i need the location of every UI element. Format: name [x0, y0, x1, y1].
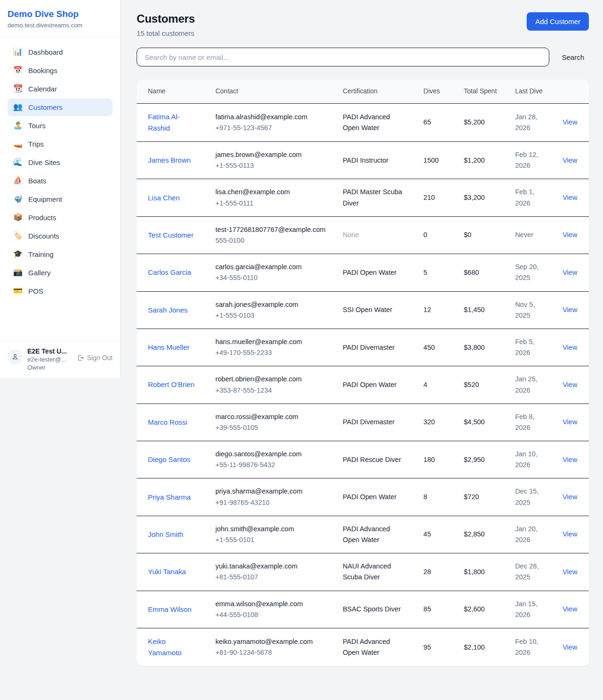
customer-name-link[interactable]: John Smith	[148, 530, 183, 538]
customer-name-link[interactable]: Hans Mueller	[148, 343, 189, 351]
customer-phone: +81-90-1234-5678	[215, 647, 327, 658]
logout-icon	[77, 354, 84, 362]
view-customer-link[interactable]: View	[562, 643, 577, 651]
sidebar-item-trips[interactable]: 🚤 Trips	[8, 135, 113, 153]
customer-total-spent: $4,500	[456, 404, 508, 441]
table-row: John Smith john.smith@example.com +1-555…	[137, 516, 589, 553]
table-row: Marco Rossi marco.rossi@example.com +39-…	[137, 404, 589, 441]
customer-last-dive: Feb 10, 2026	[515, 638, 538, 656]
customer-total-spent: $2,950	[456, 441, 508, 478]
column-header-total-spent: Total Spent	[456, 80, 508, 103]
sidebar-item-training[interactable]: 🎓 Training	[8, 246, 113, 263]
search-input[interactable]	[137, 48, 549, 66]
customer-certification: SSI Open Water	[342, 306, 392, 313]
sign-out-button[interactable]: Sign Out	[77, 354, 113, 362]
credit-card-icon: 💳	[13, 287, 23, 295]
view-customer-link[interactable]: View	[562, 381, 577, 388]
user-role: Owner	[27, 364, 72, 371]
search-button[interactable]: Search	[549, 53, 589, 61]
customer-last-dive: Feb 5, 2026	[515, 338, 534, 356]
sidebar-item-discounts[interactable]: 🏷️ Discounts	[8, 227, 113, 245]
sidebar-item-calendar[interactable]: 📆 Calendar	[8, 80, 113, 98]
view-customer-link[interactable]: View	[562, 605, 577, 613]
customer-name-link[interactable]: Yuki Tanaka	[148, 568, 186, 576]
sidebar-item-dashboard[interactable]: 📊 Dashboard	[8, 43, 113, 61]
customers-table-card: Name Contact Certification Dives Total S…	[137, 80, 589, 666]
customer-total-spent: $2,600	[456, 591, 508, 628]
view-customer-link[interactable]: View	[562, 269, 577, 276]
view-customer-link[interactable]: View	[562, 344, 577, 351]
customer-phone: +34-555-0110	[215, 272, 327, 283]
customer-total-spent: $1,200	[456, 142, 508, 179]
sidebar-item-customers[interactable]: 👥 Customers	[8, 99, 113, 116]
brand-title: Demo Dive Shop	[8, 8, 113, 20]
table-row: Hans Mueller hans.mueller@example.com +4…	[137, 329, 589, 366]
sidebar-item-pos[interactable]: 💳 POS	[8, 282, 113, 300]
customer-last-dive: Feb 12, 2026	[515, 151, 538, 169]
customer-email: sarah.jones@example.com	[215, 299, 327, 310]
sidebar-item-dive-sites[interactable]: 🌊 Dive Sites	[8, 154, 113, 171]
sidebar-item-bookings[interactable]: 📅 Bookings	[8, 62, 113, 79]
add-customer-button[interactable]: Add Customer	[527, 12, 589, 31]
customer-email: test-1772681807767@example.com	[215, 224, 327, 235]
customer-certification: PADI Rescue Diver	[342, 456, 401, 463]
view-customer-link[interactable]: View	[562, 156, 577, 164]
view-customer-link[interactable]: View	[562, 568, 577, 576]
customer-last-dive: Never	[515, 231, 533, 239]
column-header-last-dive: Last Dive	[507, 80, 555, 103]
sidebar-item-label: Gallery	[28, 269, 51, 277]
customer-name-link[interactable]: Priya Sharma	[148, 493, 191, 501]
customer-last-dive: Sep 20, 2025	[515, 263, 538, 281]
view-customer-link[interactable]: View	[562, 530, 577, 538]
calendar-date-icon: 📅	[13, 66, 23, 74]
customer-name-link[interactable]: Keiko Yamamoto	[148, 637, 181, 657]
table-row: Robert O'Brien robert.obrien@example.com…	[137, 366, 589, 404]
table-row: James Brown james.brown@example.com +1-5…	[137, 142, 589, 179]
customer-name-link[interactable]: Robert O'Brien	[148, 380, 195, 388]
customer-phone: +971-55-123-4567	[215, 123, 327, 133]
sidebar-item-tours[interactable]: 🏝️ Tours	[8, 117, 113, 134]
sidebar-item-gallery[interactable]: 📸 Gallery	[8, 264, 113, 281]
camera-icon: 📸	[13, 269, 23, 276]
customer-name-link[interactable]: Test Customer	[148, 231, 194, 239]
user-box: E2E Test U... e2e-tester@... Owner Sign …	[0, 340, 120, 378]
table-header: Name Contact Certification Dives Total S…	[137, 80, 589, 103]
customer-email: carlos.garcia@example.com	[215, 262, 327, 272]
sidebar-item-label: Customers	[28, 103, 63, 111]
customer-dives: 0	[416, 216, 456, 254]
sidebar-item-label: Products	[28, 214, 56, 222]
customer-certification: PADI Advanced Open Water	[342, 638, 390, 656]
sidebar-item-equipment[interactable]: 🤿 Equipment	[8, 190, 113, 208]
customer-name-link[interactable]: Sarah Jones	[148, 306, 187, 314]
customer-name-link[interactable]: Fatima Al-Rashid	[148, 113, 180, 132]
package-icon: 📦	[13, 214, 23, 221]
sidebar-item-boats[interactable]: ⛵ Boats	[8, 172, 113, 189]
customer-name-link[interactable]: James Brown	[148, 156, 191, 164]
sidebar-item-products[interactable]: 📦 Products	[8, 209, 113, 226]
view-customer-link[interactable]: View	[562, 118, 577, 126]
customer-name-link[interactable]: Emma Wilson	[148, 605, 192, 613]
customer-phone: +1-555-0111	[215, 198, 327, 209]
customer-last-dive: Feb 8, 2026	[515, 413, 534, 431]
customer-phone: +81-555-0107	[215, 572, 327, 583]
view-customer-link[interactable]: View	[562, 418, 577, 426]
view-customer-link[interactable]: View	[562, 194, 577, 201]
customer-phone: +44-555-0108	[215, 609, 327, 620]
customer-name-link[interactable]: Marco Rossi	[148, 418, 187, 426]
sidebar-item-label: Training	[28, 250, 54, 258]
customer-name-link[interactable]: Diego Santos	[148, 455, 190, 463]
view-customer-link[interactable]: View	[562, 456, 577, 463]
sidebar-item-label: Dive Sites	[28, 158, 60, 166]
customer-email: priya.sharma@example.com	[215, 486, 327, 497]
view-customer-link[interactable]: View	[562, 493, 577, 501]
view-customer-link[interactable]: View	[562, 231, 577, 239]
view-customer-link[interactable]: View	[562, 306, 577, 313]
customer-certification: PADI Open Water	[342, 493, 396, 501]
customer-name-link[interactable]: Lisa Chen	[148, 194, 180, 202]
sign-out-label: Sign Out	[87, 354, 113, 362]
customer-phone: +1-555-0101	[215, 535, 327, 545]
customer-total-spent: $2,100	[456, 628, 508, 666]
customer-email: robert.obrien@example.com	[215, 374, 327, 385]
table-row: Fatima Al-Rashid fatima.alrashid@example…	[137, 103, 589, 141]
customer-name-link[interactable]: Carlos Garcia	[148, 268, 191, 276]
